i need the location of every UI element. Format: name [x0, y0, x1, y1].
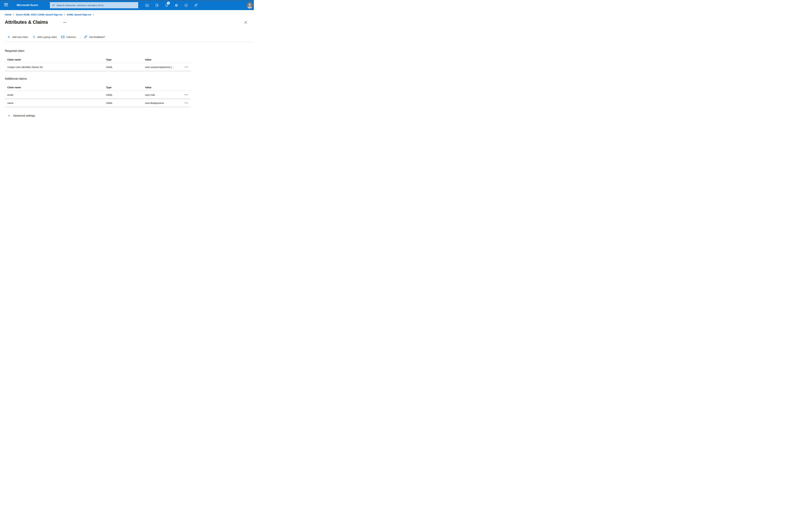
breadcrumb-separator-icon [13, 13, 14, 16]
search-input[interactable] [57, 4, 137, 7]
more-icon [185, 103, 185, 103]
table-row-email[interactable]: email SAML user.mail [5, 91, 191, 99]
add-new-claim-button[interactable]: Add new claim [7, 35, 28, 38]
row-menu-button[interactable] [184, 66, 189, 68]
topbar: Microsoft Azure [0, 0, 254, 10]
command-bar: Add new claim Add a group claim Columns [7, 33, 110, 40]
claim-value-cell: user.displayname [143, 102, 181, 104]
claim-value-cell: user.userprincipalname [... [143, 66, 181, 69]
ellipsis-icon [63, 22, 64, 23]
claim-name-cell: email [5, 93, 104, 96]
hamburger-icon [4, 3, 8, 4]
more-icon [185, 94, 185, 95]
got-feedback-button[interactable]: Got feedback? [84, 35, 105, 39]
breadcrumb-link-saml-signon[interactable]: SAML-based Sign-on [67, 13, 91, 16]
required-claim-heading: Required claim [5, 49, 24, 53]
notification-badge: 6 [167, 2, 170, 4]
filter-icon [155, 3, 159, 7]
column-header-claim-name: Claim name [5, 86, 104, 89]
gear-icon [174, 3, 178, 7]
table-header-row: Claim name Type Value [5, 56, 191, 63]
feedback-button[interactable] [194, 3, 198, 7]
help-icon: ? [184, 3, 188, 7]
columns-icon [61, 35, 64, 38]
claim-value-cell: user.mail [143, 93, 181, 96]
settings-button[interactable] [174, 3, 178, 7]
columns-button[interactable]: Columns [61, 35, 76, 38]
cloud-shell-button[interactable] [145, 3, 149, 7]
add-group-claim-button[interactable]: Add a group claim [32, 35, 57, 38]
breadcrumb-link-home[interactable]: Home [5, 13, 12, 16]
column-header-claim-name: Claim name [5, 58, 104, 61]
additional-claims-heading: Additional claims [5, 77, 27, 80]
breadcrumb-separator-icon [64, 13, 65, 16]
avatar[interactable] [246, 2, 253, 9]
table-row-unique-user-identifier[interactable]: Unique User Identifier (Name ID) SAML us… [5, 63, 191, 71]
table-row-name[interactable]: name SAML user.displayname [5, 99, 191, 107]
advanced-settings-toggle[interactable]: Advanced settings [7, 114, 35, 117]
svg-text:?: ? [185, 4, 186, 6]
global-search-box[interactable] [50, 2, 138, 8]
column-header-type: Type [104, 58, 143, 61]
required-claims-table: Claim name Type Value Unique User Identi… [5, 56, 191, 71]
subscriptions-filter-button[interactable] [155, 3, 159, 7]
plus-icon [7, 35, 10, 38]
close-icon [244, 21, 248, 24]
row-menu-button[interactable] [184, 94, 189, 96]
column-header-type: Type [104, 86, 143, 89]
chevron-down-icon [7, 114, 10, 117]
brand-title[interactable]: Microsoft Azure [17, 0, 38, 10]
plus-icon [32, 35, 35, 38]
breadcrumb-link-sso[interactable]: Azure SAML SSO | SAML-based Sign-on [16, 13, 62, 16]
avatar-icon [246, 2, 253, 9]
azure-portal-window: Microsoft Azure [0, 0, 254, 129]
breadcrumb: Home Azure SAML SSO | SAML-based Sign-on… [5, 13, 95, 16]
more-icon [185, 66, 185, 67]
column-header-value: Value [143, 86, 181, 89]
table-header-row: Claim name Type Value [5, 84, 191, 91]
breadcrumb-separator-icon [93, 13, 94, 16]
cloud-shell-icon [145, 3, 149, 7]
close-button[interactable] [243, 20, 248, 25]
row-menu-button[interactable] [184, 102, 189, 104]
claim-type-cell: SAML [104, 102, 143, 104]
search-icon [52, 4, 55, 7]
column-header-value: Value [143, 58, 181, 61]
toolbar-divider [80, 35, 81, 39]
additional-claims-table: Claim name Type Value email SAML user.ma… [5, 84, 191, 107]
claim-name-cell: name [5, 102, 104, 104]
claim-type-cell: SAML [104, 93, 143, 96]
feedback-icon [84, 35, 88, 39]
claim-type-cell: SAML [104, 66, 143, 69]
hamburger-menu-button[interactable] [4, 3, 8, 7]
page-context-menu-button[interactable] [63, 21, 67, 24]
feedback-person-icon [194, 3, 198, 7]
page-title: Attributes & Claims [5, 20, 48, 25]
claim-name-cell: Unique User Identifier (Name ID) [5, 66, 104, 69]
help-button[interactable]: ? [184, 3, 188, 7]
